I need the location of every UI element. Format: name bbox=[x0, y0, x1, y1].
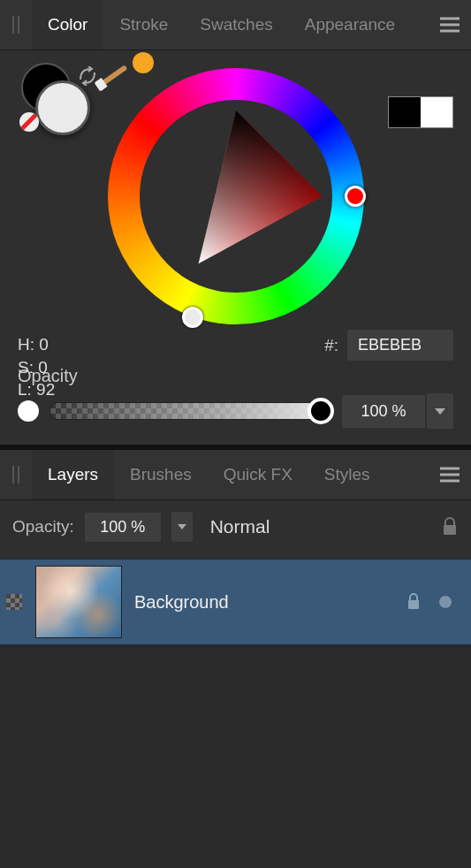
hex-label: #: bbox=[324, 336, 338, 355]
hex-input[interactable] bbox=[347, 330, 453, 361]
layer-status-dot[interactable] bbox=[439, 596, 452, 608]
triangle-handle[interactable] bbox=[182, 307, 203, 328]
fg-bg-color-swatches[interactable] bbox=[18, 63, 88, 133]
blend-mode-select[interactable]: Normal bbox=[203, 511, 430, 543]
opacity-slider[interactable] bbox=[49, 402, 331, 420]
empty-layer-area bbox=[0, 645, 471, 868]
hue-readout: H: 0 bbox=[18, 333, 55, 356]
saturation-triangle[interactable] bbox=[142, 103, 330, 290]
layers-panel-tabbar: Layers Brushes Quick FX Styles bbox=[0, 450, 471, 500]
layer-name-label[interactable]: Background bbox=[129, 592, 406, 613]
tab-layers[interactable]: Layers bbox=[32, 450, 114, 499]
opacity-label: Opacity bbox=[18, 366, 453, 386]
tab-appearance[interactable]: Appearance bbox=[289, 0, 411, 49]
color-wheel[interactable] bbox=[108, 68, 364, 324]
layer-opacity-input[interactable] bbox=[85, 513, 161, 542]
layer-lock-icon[interactable] bbox=[406, 593, 422, 611]
lightness-readout: L: 92 bbox=[18, 378, 55, 401]
tab-brushes[interactable]: Brushes bbox=[114, 450, 208, 499]
layer-thumbnail[interactable] bbox=[35, 566, 122, 638]
opacity-dropdown-icon[interactable] bbox=[427, 393, 453, 429]
svg-marker-1 bbox=[198, 110, 322, 263]
opacity-slider-handle[interactable] bbox=[308, 398, 334, 424]
layers-panel: Layers Brushes Quick FX Styles Opacity: … bbox=[0, 450, 471, 868]
layers-panel-menu-icon[interactable] bbox=[429, 467, 471, 483]
panel-drag-handle[interactable] bbox=[0, 466, 32, 483]
panel-drag-handle[interactable] bbox=[0, 16, 32, 34]
lock-icon[interactable] bbox=[441, 517, 459, 537]
tab-styles[interactable]: Styles bbox=[308, 450, 386, 499]
layer-opacity-dropdown-icon[interactable] bbox=[171, 512, 193, 542]
color-panel-tabbar: Color Stroke Swatches Appearance bbox=[0, 0, 471, 50]
no-fill-icon[interactable] bbox=[19, 112, 39, 132]
color-panel-menu-icon[interactable] bbox=[429, 17, 471, 33]
layer-list: Background bbox=[0, 559, 471, 645]
tab-stroke[interactable]: Stroke bbox=[103, 0, 184, 49]
svg-rect-2 bbox=[444, 525, 456, 535]
layer-row-background[interactable]: Background bbox=[0, 559, 471, 645]
svg-rect-3 bbox=[408, 600, 419, 609]
hsl-readout: H: 0 S: 0 L: 92 bbox=[18, 333, 55, 401]
color-panel: Color Stroke Swatches Appearance bbox=[0, 0, 471, 445]
tab-quick-fx[interactable]: Quick FX bbox=[208, 450, 308, 499]
opacity-input[interactable] bbox=[342, 395, 425, 428]
layer-visibility-toggle[interactable] bbox=[0, 594, 28, 610]
layer-controls-row: Opacity: Normal bbox=[12, 511, 459, 543]
saturation-readout: S: 0 bbox=[18, 356, 55, 379]
black-swatch[interactable] bbox=[389, 97, 421, 127]
default-bw-swatch[interactable] bbox=[388, 96, 453, 128]
opacity-preview-dot bbox=[18, 400, 39, 422]
foreground-color-swatch[interactable] bbox=[35, 80, 90, 135]
hue-handle[interactable] bbox=[345, 186, 366, 207]
tab-color[interactable]: Color bbox=[32, 0, 103, 49]
tab-swatches[interactable]: Swatches bbox=[184, 0, 288, 49]
layer-opacity-label: Opacity: bbox=[12, 517, 74, 537]
white-swatch[interactable] bbox=[421, 97, 452, 127]
